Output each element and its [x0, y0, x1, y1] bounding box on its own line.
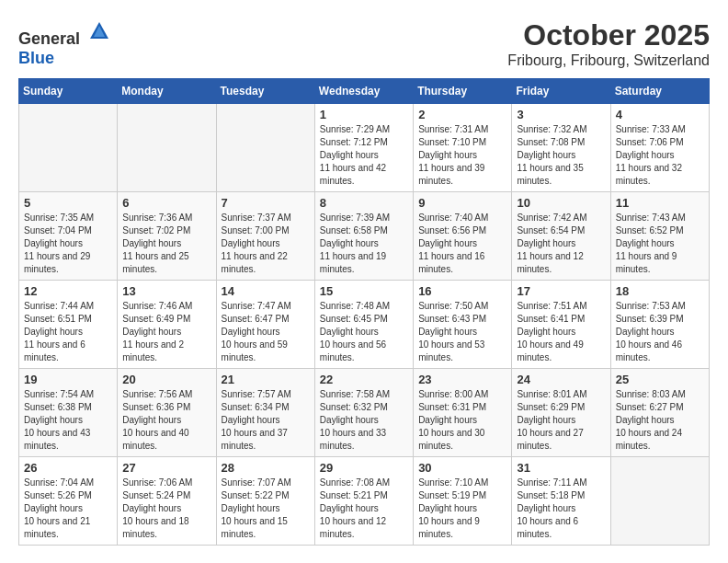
table-row: 4Sunrise: 7:33 AMSunset: 7:06 PMDaylight…	[610, 104, 709, 192]
table-row: 11Sunrise: 7:43 AMSunset: 6:52 PMDayligh…	[610, 192, 709, 281]
day-number: 6	[122, 196, 210, 210]
day-number: 14	[222, 284, 310, 298]
day-info: Sunrise: 7:10 AMSunset: 5:19 PMDaylight …	[418, 477, 506, 541]
day-number: 12	[24, 284, 112, 298]
day-info: Sunrise: 7:11 AMSunset: 5:18 PMDaylight …	[517, 477, 605, 541]
day-number: 27	[122, 461, 210, 475]
table-row	[216, 104, 314, 192]
day-info: Sunrise: 7:31 AMSunset: 7:10 PMDaylight …	[418, 123, 506, 188]
day-info: Sunrise: 7:54 AMSunset: 6:38 PMDaylight …	[24, 388, 112, 453]
day-info: Sunrise: 7:07 AMSunset: 5:22 PMDaylight …	[222, 477, 310, 541]
day-number: 7	[222, 196, 310, 210]
day-number: 26	[24, 461, 112, 475]
table-row: 28Sunrise: 7:07 AMSunset: 5:22 PMDayligh…	[216, 457, 314, 546]
table-row: 23Sunrise: 8:00 AMSunset: 6:31 PMDayligh…	[414, 369, 512, 457]
day-number: 5	[24, 196, 112, 210]
col-thursday: Thursday	[414, 79, 512, 104]
calendar-table: Sunday Monday Tuesday Wednesday Thursday…	[18, 78, 710, 546]
day-info: Sunrise: 7:46 AMSunset: 6:49 PMDaylight …	[122, 300, 210, 364]
calendar-week-row: 19Sunrise: 7:54 AMSunset: 6:38 PMDayligh…	[19, 369, 710, 457]
day-info: Sunrise: 8:03 AMSunset: 6:27 PMDaylight …	[616, 388, 704, 453]
day-info: Sunrise: 7:44 AMSunset: 6:51 PMDaylight …	[24, 300, 112, 364]
col-saturday: Saturday	[610, 79, 709, 104]
table-row: 6Sunrise: 7:36 AMSunset: 7:02 PMDaylight…	[118, 192, 216, 281]
table-row: 8Sunrise: 7:39 AMSunset: 6:58 PMDaylight…	[314, 192, 413, 281]
table-row: 24Sunrise: 8:01 AMSunset: 6:29 PMDayligh…	[512, 369, 610, 457]
day-number: 13	[122, 284, 210, 298]
table-row: 17Sunrise: 7:51 AMSunset: 6:41 PMDayligh…	[512, 281, 610, 369]
col-friday: Friday	[512, 79, 610, 104]
day-info: Sunrise: 7:06 AMSunset: 5:24 PMDaylight …	[122, 477, 210, 541]
day-number: 24	[517, 373, 605, 386]
day-info: Sunrise: 7:29 AMSunset: 7:12 PMDaylight …	[320, 123, 408, 188]
day-number: 19	[24, 373, 112, 386]
table-row: 19Sunrise: 7:54 AMSunset: 6:38 PMDayligh…	[19, 369, 118, 457]
logo: General Blue	[18, 18, 112, 68]
table-row: 21Sunrise: 7:57 AMSunset: 6:34 PMDayligh…	[216, 369, 314, 457]
month-title: October 2025	[507, 18, 710, 52]
table-row: 1Sunrise: 7:29 AMSunset: 7:12 PMDaylight…	[314, 104, 413, 192]
table-row: 16Sunrise: 7:50 AMSunset: 6:43 PMDayligh…	[414, 281, 512, 369]
logo-general: General	[18, 29, 80, 48]
table-row	[118, 104, 216, 192]
day-number: 15	[320, 284, 408, 298]
calendar-week-row: 26Sunrise: 7:04 AMSunset: 5:26 PMDayligh…	[19, 457, 710, 546]
day-info: Sunrise: 7:53 AMSunset: 6:39 PMDaylight …	[616, 300, 704, 364]
day-info: Sunrise: 8:01 AMSunset: 6:29 PMDaylight …	[517, 388, 605, 453]
col-sunday: Sunday	[19, 79, 118, 104]
day-number: 28	[222, 461, 310, 475]
calendar-header-row: Sunday Monday Tuesday Wednesday Thursday…	[19, 79, 710, 104]
day-info: Sunrise: 7:36 AMSunset: 7:02 PMDaylight …	[122, 212, 210, 276]
col-tuesday: Tuesday	[216, 79, 314, 104]
table-row: 14Sunrise: 7:47 AMSunset: 6:47 PMDayligh…	[216, 281, 314, 369]
day-info: Sunrise: 7:51 AMSunset: 6:41 PMDaylight …	[517, 300, 605, 364]
page-header: General Blue October 2025 Fribourg, Frib…	[18, 18, 710, 69]
table-row	[19, 104, 118, 192]
day-info: Sunrise: 7:40 AMSunset: 6:56 PMDaylight …	[418, 212, 506, 276]
day-info: Sunrise: 7:04 AMSunset: 5:26 PMDaylight …	[24, 477, 112, 541]
day-number: 11	[616, 196, 704, 210]
col-wednesday: Wednesday	[314, 79, 413, 104]
day-number: 4	[616, 108, 704, 121]
day-number: 10	[517, 196, 605, 210]
day-number: 18	[616, 284, 704, 298]
table-row	[610, 457, 709, 546]
table-row: 26Sunrise: 7:04 AMSunset: 5:26 PMDayligh…	[19, 457, 118, 546]
table-row: 31Sunrise: 7:11 AMSunset: 5:18 PMDayligh…	[512, 457, 610, 546]
table-row: 27Sunrise: 7:06 AMSunset: 5:24 PMDayligh…	[118, 457, 216, 546]
day-number: 16	[418, 284, 506, 298]
day-info: Sunrise: 7:37 AMSunset: 7:00 PMDaylight …	[222, 212, 310, 276]
day-number: 3	[517, 108, 605, 121]
table-row: 15Sunrise: 7:48 AMSunset: 6:45 PMDayligh…	[314, 281, 413, 369]
day-number: 9	[418, 196, 506, 210]
location-title: Fribourg, Fribourg, Switzerland	[507, 52, 710, 69]
calendar-week-row: 12Sunrise: 7:44 AMSunset: 6:51 PMDayligh…	[19, 281, 710, 369]
logo-icon	[86, 18, 112, 44]
day-number: 31	[517, 461, 605, 475]
day-number: 25	[616, 373, 704, 386]
day-info: Sunrise: 7:39 AMSunset: 6:58 PMDaylight …	[320, 212, 408, 276]
day-number: 1	[320, 108, 408, 121]
table-row: 5Sunrise: 7:35 AMSunset: 7:04 PMDaylight…	[19, 192, 118, 281]
day-info: Sunrise: 7:33 AMSunset: 7:06 PMDaylight …	[616, 123, 704, 188]
day-number: 29	[320, 461, 408, 475]
day-number: 2	[418, 108, 506, 121]
col-monday: Monday	[118, 79, 216, 104]
logo-text: General Blue	[18, 18, 112, 68]
day-number: 17	[517, 284, 605, 298]
day-number: 30	[418, 461, 506, 475]
day-info: Sunrise: 7:32 AMSunset: 7:08 PMDaylight …	[517, 123, 605, 188]
day-number: 8	[320, 196, 408, 210]
table-row: 13Sunrise: 7:46 AMSunset: 6:49 PMDayligh…	[118, 281, 216, 369]
day-info: Sunrise: 7:58 AMSunset: 6:32 PMDaylight …	[320, 388, 408, 453]
day-info: Sunrise: 7:50 AMSunset: 6:43 PMDaylight …	[418, 300, 506, 364]
table-row: 3Sunrise: 7:32 AMSunset: 7:08 PMDaylight…	[512, 104, 610, 192]
day-number: 21	[222, 373, 310, 386]
table-row: 29Sunrise: 7:08 AMSunset: 5:21 PMDayligh…	[314, 457, 413, 546]
table-row: 20Sunrise: 7:56 AMSunset: 6:36 PMDayligh…	[118, 369, 216, 457]
logo-blue: Blue	[18, 49, 54, 67]
day-info: Sunrise: 7:48 AMSunset: 6:45 PMDaylight …	[320, 300, 408, 364]
day-number: 20	[122, 373, 210, 386]
calendar-week-row: 5Sunrise: 7:35 AMSunset: 7:04 PMDaylight…	[19, 192, 710, 281]
day-info: Sunrise: 7:43 AMSunset: 6:52 PMDaylight …	[616, 212, 704, 276]
